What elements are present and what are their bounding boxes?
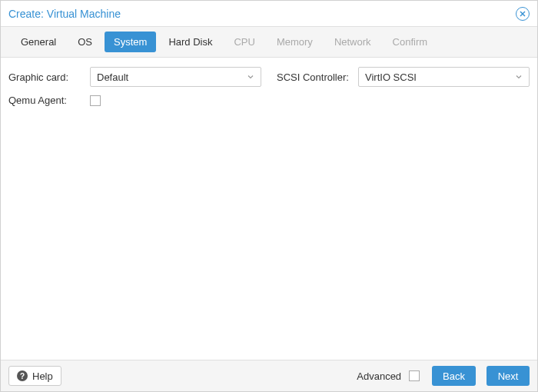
form-panel: Graphic card: Default Qemu Agent: SCSI C… bbox=[1, 58, 537, 360]
help-button[interactable]: ? Help bbox=[8, 366, 61, 386]
tab-bar: General OS System Hard Disk CPU Memory N… bbox=[1, 27, 537, 58]
scsi-controller-select[interactable]: VirtIO SCSI bbox=[358, 67, 530, 87]
graphic-card-select[interactable]: Default bbox=[90, 67, 261, 87]
next-button[interactable]: Next bbox=[487, 366, 530, 386]
tab-general[interactable]: General bbox=[12, 32, 65, 52]
close-button[interactable] bbox=[516, 7, 530, 21]
chevron-down-icon bbox=[515, 71, 523, 83]
help-label: Help bbox=[32, 370, 53, 382]
tab-network: Network bbox=[325, 32, 380, 52]
right-column: SCSI Controller: VirtIO SCSI bbox=[277, 67, 530, 350]
graphic-card-label: Graphic card: bbox=[8, 71, 85, 83]
qemu-agent-row: Qemu Agent: bbox=[8, 95, 261, 106]
tab-harddisk[interactable]: Hard Disk bbox=[159, 32, 221, 52]
tab-memory: Memory bbox=[267, 32, 322, 52]
qemu-agent-label: Qemu Agent: bbox=[8, 95, 85, 106]
tab-cpu: CPU bbox=[224, 32, 264, 52]
tab-system[interactable]: System bbox=[105, 32, 156, 52]
scsi-controller-value: VirtIO SCSI bbox=[365, 71, 417, 83]
tab-os[interactable]: OS bbox=[68, 32, 101, 52]
titlebar: Create: Virtual Machine bbox=[1, 1, 537, 27]
advanced-label: Advanced bbox=[357, 370, 401, 382]
close-icon bbox=[519, 10, 526, 18]
window-title: Create: Virtual Machine bbox=[8, 8, 121, 20]
advanced-checkbox[interactable] bbox=[409, 370, 420, 381]
scsi-controller-label: SCSI Controller: bbox=[277, 71, 354, 83]
back-button[interactable]: Back bbox=[432, 366, 476, 386]
scsi-controller-row: SCSI Controller: VirtIO SCSI bbox=[277, 67, 530, 87]
graphic-card-row: Graphic card: Default bbox=[8, 67, 261, 87]
tab-confirm: Confirm bbox=[384, 32, 437, 52]
footer-bar: ? Help Advanced Back Next bbox=[1, 360, 537, 391]
help-icon: ? bbox=[17, 370, 28, 381]
graphic-card-value: Default bbox=[97, 71, 128, 83]
left-column: Graphic card: Default Qemu Agent: bbox=[8, 67, 261, 350]
qemu-agent-checkbox[interactable] bbox=[90, 95, 101, 106]
chevron-down-icon bbox=[247, 71, 254, 83]
wizard-dialog: Create: Virtual Machine General OS Syste… bbox=[0, 0, 538, 392]
